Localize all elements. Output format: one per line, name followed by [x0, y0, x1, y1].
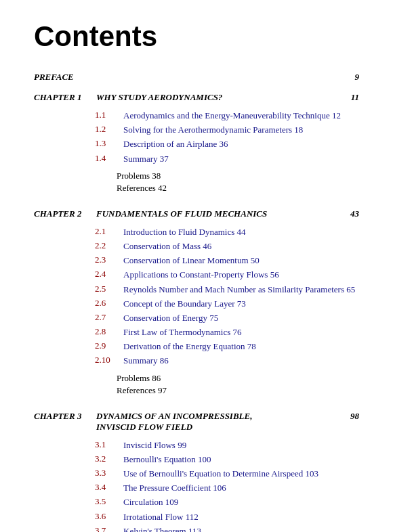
entry-number: 2.10	[95, 355, 117, 365]
page-title: Contents	[34, 20, 359, 53]
entry-number: 2.7	[95, 312, 117, 323]
entry-number: 2.1	[95, 226, 117, 237]
chapter-title-3: DYNAMICS OF AN INCOMPRESSIBLE,	[96, 411, 252, 422]
entry-row: 2.6Concept of the Boundary Layer 73	[95, 298, 359, 310]
entry-number: 3.5	[95, 496, 117, 507]
entry-text[interactable]: Aerodynamics and the Energy-Maneuverabil…	[123, 110, 359, 122]
entry-text[interactable]: First Law of Thermodynamics 76	[123, 326, 359, 338]
chapter-label-1: CHAPTER 1	[34, 92, 88, 103]
chapter-row-3: CHAPTER 3DYNAMICS OF AN INCOMPRESSIBLE,I…	[34, 411, 359, 433]
entry-text[interactable]: Bernoulli's Equation 100	[123, 453, 359, 466]
entry-row: 3.1Inviscid Flows 99	[95, 439, 359, 451]
entry-text[interactable]: Concept of the Boundary Layer 73	[123, 298, 359, 310]
entry-text[interactable]: Derivation of the Energy Equation 78	[123, 340, 359, 353]
entry-number: 3.1	[95, 439, 117, 450]
entry-number: 3.6	[95, 511, 117, 522]
entry-row: 2.1Introduction to Fluid Dynamics 44	[95, 226, 359, 238]
extras-ch1: Problems 38References 42	[34, 171, 359, 194]
entries-ch2: 2.1Introduction to Fluid Dynamics 442.2C…	[34, 226, 359, 368]
chapters-container: CHAPTER 1WHY STUDY AERODYNAMICS?111.1Aer…	[34, 92, 359, 532]
chapter-section-1: CHAPTER 1WHY STUDY AERODYNAMICS?111.1Aer…	[34, 92, 359, 194]
chapter-page-2: 43	[339, 208, 359, 219]
entry-row: 3.3Use of Bernoulli's Equation to Determ…	[95, 468, 359, 480]
entry-number: 3.3	[95, 468, 117, 479]
entry-text[interactable]: Use of Bernoulli's Equation to Determine…	[123, 468, 359, 480]
entry-row: 3.2Bernoulli's Equation 100	[95, 453, 359, 466]
entries-ch1: 1.1Aerodynamics and the Energy-Maneuvera…	[34, 110, 359, 165]
entry-text[interactable]: Conservation of Linear Momentum 50	[123, 254, 359, 267]
entry-row: 1.4Summary 37	[95, 153, 359, 165]
extras-row: Problems 38	[117, 171, 359, 181]
preface-page: 9	[355, 72, 360, 83]
entry-number: 3.2	[95, 453, 117, 464]
entry-number: 2.3	[95, 254, 117, 265]
entry-text[interactable]: Kelvin's Theorem 113	[123, 525, 359, 532]
entry-text[interactable]: The Pressure Coefficient 106	[123, 482, 359, 494]
entry-text[interactable]: Solving for the Aerothermodynamic Parame…	[123, 124, 359, 136]
chapter-title-line2-3: INVISCID FLOW FIELD	[96, 422, 252, 433]
entry-text[interactable]: Summary 86	[123, 355, 359, 367]
entry-row: 3.4The Pressure Coefficient 106	[95, 482, 359, 494]
entry-row: 3.5Circulation 109	[95, 496, 359, 508]
chapter-label-3: CHAPTER 3	[34, 411, 88, 433]
entry-number: 2.6	[95, 298, 117, 309]
chapter-label-2: CHAPTER 2	[34, 208, 88, 219]
entry-number: 1.3	[95, 138, 117, 149]
extras-row: References 42	[117, 183, 359, 194]
entry-row: 3.6Irrotational Flow 112	[95, 511, 359, 523]
entry-row: 2.7Conservation of Energy 75	[95, 312, 359, 324]
chapter-section-2: CHAPTER 2FUNDAMENTALS OF FLUID MECHANICS…	[34, 208, 359, 396]
entry-text[interactable]: Irrotational Flow 112	[123, 511, 359, 523]
entry-text[interactable]: Summary 37	[123, 153, 359, 165]
entry-text[interactable]: Reynolds Number and Mach Number as Simil…	[123, 284, 359, 296]
entry-row: 2.4Applications to Constant-Property Flo…	[95, 269, 359, 281]
entry-text[interactable]: Inviscid Flows 99	[123, 439, 359, 451]
chapter-section-3: CHAPTER 3DYNAMICS OF AN INCOMPRESSIBLE,I…	[34, 411, 359, 532]
preface-label: PREFACE	[34, 72, 74, 83]
extras-row: Problems 86	[117, 373, 359, 384]
chapter-title-2: FUNDAMENTALS OF FLUID MECHANICS	[96, 208, 267, 219]
extras-ch2: Problems 86References 97	[34, 373, 359, 396]
entry-number: 1.4	[95, 153, 117, 164]
entry-text[interactable]: Conservation of Energy 75	[123, 312, 359, 324]
entry-text[interactable]: Description of an Airplane 36	[123, 138, 359, 150]
entry-row: 2.2Conservation of Mass 46	[95, 240, 359, 252]
chapter-page-1: 11	[339, 92, 359, 103]
entry-text[interactable]: Circulation 109	[123, 496, 359, 508]
entry-number: 1.1	[95, 110, 117, 120]
entry-number: 3.4	[95, 482, 117, 493]
entry-number: 2.5	[95, 284, 117, 294]
entry-number: 2.2	[95, 240, 117, 251]
chapter-page-3: 98	[339, 411, 359, 422]
entry-number: 3.7	[95, 525, 117, 532]
entry-row: 1.1Aerodynamics and the Energy-Maneuvera…	[95, 110, 359, 122]
entry-row: 2.9Derivation of the Energy Equation 78	[95, 340, 359, 353]
entry-row: 2.5Reynolds Number and Mach Number as Si…	[95, 284, 359, 296]
entry-text[interactable]: Introduction to Fluid Dynamics 44	[123, 226, 359, 238]
chapter-row-2: CHAPTER 2FUNDAMENTALS OF FLUID MECHANICS…	[34, 208, 359, 219]
entry-row: 2.10Summary 86	[95, 355, 359, 367]
entry-number: 2.8	[95, 326, 117, 337]
chapter-row-1: CHAPTER 1WHY STUDY AERODYNAMICS?11	[34, 92, 359, 103]
entry-row: 1.2Solving for the Aerothermodynamic Par…	[95, 124, 359, 136]
entry-row: 2.8First Law of Thermodynamics 76	[95, 326, 359, 338]
chapter-title-1: WHY STUDY AERODYNAMICS?	[96, 92, 222, 103]
preface-row: PREFACE 9	[34, 72, 359, 83]
entry-row: 2.3Conservation of Linear Momentum 50	[95, 254, 359, 267]
entry-text[interactable]: Applications to Constant-Property Flows …	[123, 269, 359, 281]
entry-row: 3.7Kelvin's Theorem 113	[95, 525, 359, 532]
entry-text[interactable]: Conservation of Mass 46	[123, 240, 359, 252]
entry-number: 2.4	[95, 269, 117, 280]
entry-row: 1.3Description of an Airplane 36	[95, 138, 359, 150]
entries-ch3: 3.1Inviscid Flows 993.2Bernoulli's Equat…	[34, 439, 359, 532]
entry-number: 2.9	[95, 340, 117, 351]
extras-row: References 97	[117, 385, 359, 396]
entry-number: 1.2	[95, 124, 117, 135]
